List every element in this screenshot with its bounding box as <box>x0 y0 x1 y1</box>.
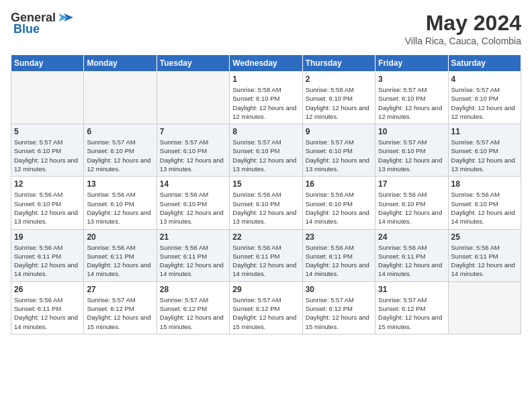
day-number: 17 <box>378 179 445 189</box>
table-row: 28Sunrise: 5:57 AMSunset: 6:12 PMDayligh… <box>157 281 229 334</box>
table-row: 10Sunrise: 5:57 AMSunset: 6:10 PMDayligh… <box>375 124 448 177</box>
table-row: 29Sunrise: 5:57 AMSunset: 6:12 PMDayligh… <box>230 281 302 334</box>
day-number: 4 <box>451 75 518 84</box>
table-row: 7Sunrise: 5:57 AMSunset: 6:10 PMDaylight… <box>157 124 229 177</box>
calendar-week-row: 12Sunrise: 5:56 AMSunset: 6:10 PMDayligh… <box>11 177 521 229</box>
day-info: Sunrise: 5:56 AMSunset: 6:11 PMDaylight:… <box>160 243 226 279</box>
day-number: 12 <box>14 179 81 189</box>
location-subtitle: Villa Rica, Cauca, Colombia <box>405 36 521 46</box>
day-number: 24 <box>378 232 445 242</box>
day-number: 8 <box>232 127 299 136</box>
day-info: Sunrise: 5:57 AMSunset: 6:10 PMDaylight:… <box>451 138 518 173</box>
table-row: 27Sunrise: 5:57 AMSunset: 6:12 PMDayligh… <box>84 281 157 334</box>
day-info: Sunrise: 5:56 AMSunset: 6:11 PMDaylight:… <box>14 243 81 279</box>
table-row: 25Sunrise: 5:56 AMSunset: 6:11 PMDayligh… <box>448 229 521 281</box>
title-block: May 2024 Villa Rica, Cauca, Colombia <box>405 11 521 46</box>
day-number: 21 <box>160 232 226 242</box>
col-wednesday: Wednesday <box>230 55 302 72</box>
day-number: 30 <box>306 285 372 294</box>
day-number: 25 <box>451 232 518 242</box>
day-info: Sunrise: 5:56 AMSunset: 6:11 PMDaylight:… <box>14 295 81 331</box>
calendar-header-row: Sunday Monday Tuesday Wednesday Thursday… <box>11 55 521 72</box>
day-number: 28 <box>160 285 226 294</box>
day-number: 15 <box>232 179 299 189</box>
day-number: 6 <box>87 127 153 136</box>
table-row: 17Sunrise: 5:56 AMSunset: 6:10 PMDayligh… <box>375 177 448 229</box>
day-number: 5 <box>14 127 81 136</box>
table-row <box>11 72 84 124</box>
day-number: 29 <box>232 285 299 294</box>
day-info: Sunrise: 5:57 AMSunset: 6:12 PMDaylight:… <box>306 295 372 331</box>
day-info: Sunrise: 5:57 AMSunset: 6:10 PMDaylight:… <box>87 138 153 173</box>
table-row: 3Sunrise: 5:57 AMSunset: 6:10 PMDaylight… <box>375 72 448 124</box>
calendar-week-row: 26Sunrise: 5:56 AMSunset: 6:11 PMDayligh… <box>11 281 521 334</box>
table-row: 9Sunrise: 5:57 AMSunset: 6:10 PMDaylight… <box>302 124 375 177</box>
col-friday: Friday <box>375 55 448 72</box>
day-info: Sunrise: 5:56 AMSunset: 6:10 PMDaylight:… <box>378 190 445 226</box>
table-row: 19Sunrise: 5:56 AMSunset: 6:11 PMDayligh… <box>11 229 84 281</box>
calendar-week-row: 5Sunrise: 5:57 AMSunset: 6:10 PMDaylight… <box>11 124 521 177</box>
day-number: 10 <box>378 127 445 136</box>
day-number: 3 <box>378 75 445 84</box>
day-info: Sunrise: 5:57 AMSunset: 6:10 PMDaylight:… <box>14 138 81 173</box>
table-row: 26Sunrise: 5:56 AMSunset: 6:11 PMDayligh… <box>11 281 84 334</box>
day-info: Sunrise: 5:58 AMSunset: 6:10 PMDaylight:… <box>232 85 299 121</box>
table-row: 31Sunrise: 5:57 AMSunset: 6:12 PMDayligh… <box>375 281 448 334</box>
table-row <box>157 72 229 124</box>
table-row: 11Sunrise: 5:57 AMSunset: 6:10 PMDayligh… <box>448 124 521 177</box>
day-number: 18 <box>451 179 518 189</box>
day-info: Sunrise: 5:57 AMSunset: 6:10 PMDaylight:… <box>378 138 445 173</box>
logo-blue: Blue <box>13 22 40 36</box>
day-number: 16 <box>306 179 372 189</box>
day-info: Sunrise: 5:56 AMSunset: 6:11 PMDaylight:… <box>87 243 153 279</box>
day-number: 19 <box>14 232 81 242</box>
day-number: 26 <box>14 285 81 294</box>
day-info: Sunrise: 5:57 AMSunset: 6:10 PMDaylight:… <box>306 138 372 173</box>
day-number: 22 <box>232 232 299 242</box>
table-row <box>84 72 157 124</box>
day-info: Sunrise: 5:56 AMSunset: 6:11 PMDaylight:… <box>306 243 372 279</box>
table-row: 14Sunrise: 5:56 AMSunset: 6:10 PMDayligh… <box>157 177 229 229</box>
col-tuesday: Tuesday <box>157 55 229 72</box>
col-monday: Monday <box>84 55 157 72</box>
day-number: 31 <box>378 285 445 294</box>
day-info: Sunrise: 5:57 AMSunset: 6:12 PMDaylight:… <box>160 295 226 331</box>
logo: General Blue <box>11 11 73 36</box>
col-sunday: Sunday <box>11 55 84 72</box>
table-row: 21Sunrise: 5:56 AMSunset: 6:11 PMDayligh… <box>157 229 229 281</box>
day-number: 27 <box>87 285 153 294</box>
day-info: Sunrise: 5:56 AMSunset: 6:11 PMDaylight:… <box>451 243 518 279</box>
day-number: 14 <box>160 179 226 189</box>
day-info: Sunrise: 5:57 AMSunset: 6:12 PMDaylight:… <box>87 295 153 331</box>
day-info: Sunrise: 5:57 AMSunset: 6:10 PMDaylight:… <box>451 85 518 121</box>
table-row: 8Sunrise: 5:57 AMSunset: 6:10 PMDaylight… <box>230 124 302 177</box>
table-row: 18Sunrise: 5:56 AMSunset: 6:10 PMDayligh… <box>448 177 521 229</box>
day-info: Sunrise: 5:56 AMSunset: 6:10 PMDaylight:… <box>14 190 81 226</box>
day-info: Sunrise: 5:57 AMSunset: 6:10 PMDaylight:… <box>160 138 226 173</box>
day-number: 9 <box>306 127 372 136</box>
table-row: 6Sunrise: 5:57 AMSunset: 6:10 PMDaylight… <box>84 124 157 177</box>
page-header: General Blue May 2024 Villa Rica, Cauca,… <box>11 11 521 46</box>
calendar-table: Sunday Monday Tuesday Wednesday Thursday… <box>11 54 521 334</box>
table-row: 2Sunrise: 5:58 AMSunset: 6:10 PMDaylight… <box>302 72 375 124</box>
table-row: 16Sunrise: 5:56 AMSunset: 6:10 PMDayligh… <box>302 177 375 229</box>
day-info: Sunrise: 5:56 AMSunset: 6:11 PMDaylight:… <box>378 243 445 279</box>
col-thursday: Thursday <box>302 55 375 72</box>
table-row: 24Sunrise: 5:56 AMSunset: 6:11 PMDayligh… <box>375 229 448 281</box>
day-number: 23 <box>306 232 372 242</box>
day-number: 2 <box>306 75 372 84</box>
logo-bird-icon <box>58 12 73 24</box>
day-info: Sunrise: 5:56 AMSunset: 6:10 PMDaylight:… <box>451 190 518 226</box>
table-row: 15Sunrise: 5:56 AMSunset: 6:10 PMDayligh… <box>230 177 302 229</box>
table-row: 20Sunrise: 5:56 AMSunset: 6:11 PMDayligh… <box>84 229 157 281</box>
table-row: 22Sunrise: 5:56 AMSunset: 6:11 PMDayligh… <box>230 229 302 281</box>
calendar-week-row: 19Sunrise: 5:56 AMSunset: 6:11 PMDayligh… <box>11 229 521 281</box>
table-row: 12Sunrise: 5:56 AMSunset: 6:10 PMDayligh… <box>11 177 84 229</box>
day-info: Sunrise: 5:57 AMSunset: 6:12 PMDaylight:… <box>232 295 299 331</box>
day-info: Sunrise: 5:57 AMSunset: 6:10 PMDaylight:… <box>232 138 299 173</box>
month-year-title: May 2024 <box>405 11 521 36</box>
day-info: Sunrise: 5:57 AMSunset: 6:10 PMDaylight:… <box>378 85 445 121</box>
day-info: Sunrise: 5:56 AMSunset: 6:10 PMDaylight:… <box>306 190 372 226</box>
day-info: Sunrise: 5:56 AMSunset: 6:10 PMDaylight:… <box>160 190 226 226</box>
calendar-week-row: 1Sunrise: 5:58 AMSunset: 6:10 PMDaylight… <box>11 72 521 124</box>
